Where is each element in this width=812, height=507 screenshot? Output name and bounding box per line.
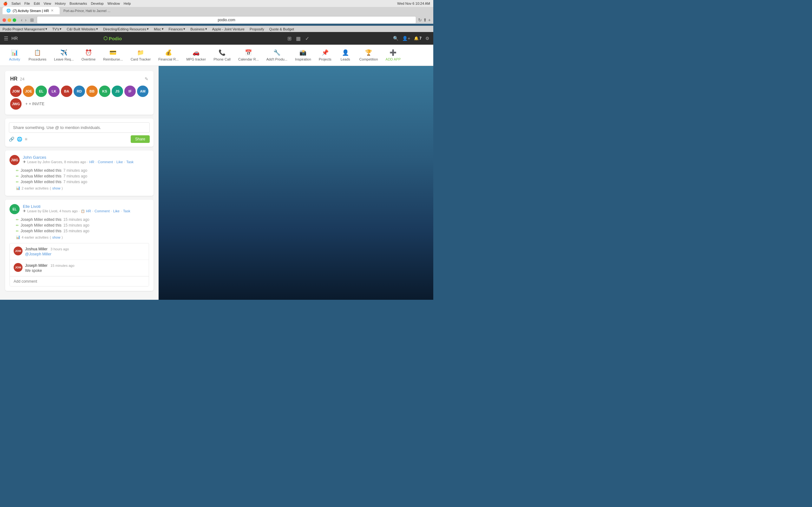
toolbar-inspiration[interactable]: 📸 Inspiration — [292, 47, 314, 63]
like-link-1[interactable]: Like — [116, 160, 123, 164]
bookmark-podio-pm[interactable]: Podio Project Management▾ — [3, 27, 47, 31]
show-earlier-link-2[interactable]: show — [52, 235, 61, 239]
refresh-button[interactable]: ↻ — [418, 17, 422, 22]
task-link-1[interactable]: Task — [126, 160, 134, 164]
comment-link-1[interactable]: Comment — [98, 160, 113, 164]
grid-icon[interactable]: ▦ — [295, 34, 302, 43]
avatar-if[interactable]: IF — [124, 86, 136, 97]
toolbar-competition[interactable]: 🏆 Competition — [356, 47, 381, 63]
toolbar-procedures[interactable]: 📋 Procedures — [26, 47, 49, 63]
comment-author-1[interactable]: Joshua Miller — [25, 247, 48, 251]
toolbar-mpg-tracker[interactable]: 🚗 MPG tracker — [183, 47, 209, 63]
toolbar-reimburse[interactable]: 💳 Reimburse... — [100, 47, 126, 63]
mac-edit[interactable]: Edit — [34, 2, 40, 6]
toolbar-leave-req[interactable]: ✈️ Leave Req... — [51, 47, 77, 63]
share-button[interactable]: Share — [131, 135, 150, 143]
share-input[interactable] — [9, 122, 150, 133]
comments-section: JOM Joshua Miller 3 hours ago @Joseph Mi… — [9, 243, 149, 286]
hamburger-menu[interactable]: ☰ — [4, 36, 8, 42]
activity-meta-2: Elle Livoti ✈ Leave by Elle Livoti, 4 ho… — [23, 204, 149, 213]
activity-workspace-link[interactable]: HR — [89, 160, 94, 164]
avatar-bb[interactable]: BB — [86, 86, 98, 97]
avatar-el[interactable]: EL — [36, 86, 47, 97]
address-bar[interactable]: podio.com — [37, 16, 416, 24]
bookmark-quote[interactable]: Quote & Budget — [269, 27, 294, 31]
toolbar-projects[interactable]: 📌 Projects — [316, 47, 335, 63]
format-icon[interactable]: ≡ — [25, 136, 27, 142]
workspace-label[interactable]: HR — [11, 36, 18, 41]
toolbar-calendar-r[interactable]: 📅 Calendar R... — [235, 47, 262, 63]
notification-bell[interactable]: 🔔 7 — [414, 36, 421, 41]
mac-file[interactable]: File — [24, 2, 30, 6]
sidebar-toggle-button[interactable]: ⊞ — [29, 17, 35, 22]
avatar-am[interactable]: AM — [137, 86, 148, 97]
comment-avatar-joshua[interactable]: JOM — [14, 246, 22, 256]
mac-help[interactable]: Help — [124, 2, 131, 6]
avatar-ba[interactable]: BA — [61, 86, 72, 97]
toolbar-leads[interactable]: 👤 Leads — [336, 47, 355, 63]
task-link-2[interactable]: Task — [123, 209, 131, 213]
bookmark-misc[interactable]: Misc▾ — [154, 27, 164, 31]
home-icon[interactable]: ⊞ — [286, 34, 293, 43]
bookmark-proposify[interactable]: Proposify — [250, 27, 264, 31]
toolbar-overtime[interactable]: ⏰ Overtime — [78, 47, 99, 63]
search-icon[interactable]: 🔍 — [393, 36, 398, 41]
toolbar-financial-r[interactable]: 💰 Financial R... — [155, 47, 182, 63]
john-garces-name[interactable]: John Garces — [23, 155, 149, 160]
mac-apple-menu[interactable]: 🍎 — [3, 2, 8, 6]
avatar-lk[interactable]: LK — [48, 86, 60, 97]
avatar-jom[interactable]: JOM — [10, 86, 21, 97]
mac-window[interactable]: Window — [107, 2, 120, 6]
like-link-2[interactable]: Like — [113, 209, 119, 213]
mac-safari[interactable]: Safari — [11, 2, 20, 6]
settings-icon[interactable]: ⚙ — [425, 36, 429, 41]
avatar-js[interactable]: JS — [112, 86, 123, 97]
edit-workspace-icon[interactable]: ✎ — [145, 76, 148, 81]
mac-develop[interactable]: Develop — [91, 2, 103, 6]
maximize-window-button[interactable] — [13, 18, 16, 22]
back-button[interactable]: ‹ — [20, 17, 23, 22]
comment-author-2[interactable]: Joseph Miller — [25, 263, 48, 268]
mac-history[interactable]: History — [55, 2, 66, 6]
mac-view[interactable]: View — [44, 2, 51, 6]
comment-link-2[interactable]: Comment — [95, 209, 110, 213]
bookmark-tv[interactable]: TV's▾ — [52, 27, 62, 31]
toolbar-activity[interactable]: 📊 Activity — [5, 47, 24, 63]
bookmark-label: Finances — [169, 27, 183, 31]
podio-logo[interactable]: ⬡ Podio — [103, 36, 122, 41]
elle-livoti-avatar[interactable]: EL — [9, 204, 20, 214]
add-bookmark-button[interactable]: + — [428, 17, 431, 22]
toolbar-addt-produ[interactable]: 🔧 Add't Produ... — [263, 47, 291, 63]
image-icon[interactable]: 🌐 — [17, 136, 22, 142]
mac-bookmarks[interactable]: Bookmarks — [69, 2, 87, 6]
avatar-joe[interactable]: JOE — [23, 86, 34, 97]
minimize-window-button[interactable] — [8, 18, 11, 22]
john-garces-avatar[interactable]: JWG — [9, 155, 20, 165]
bookmark-business[interactable]: Business▾ — [190, 27, 207, 31]
avatar-rd[interactable]: RD — [73, 86, 85, 97]
elle-livoti-name[interactable]: Elle Livoti — [23, 204, 149, 209]
invite-button[interactable]: + + INVITE — [23, 101, 47, 107]
toolbar-add-app[interactable]: ➕ ADD APP — [383, 47, 404, 63]
show-earlier-link-1[interactable]: show — [52, 186, 61, 190]
toolbar-card-tracker[interactable]: 📁 Card Tracker — [128, 47, 154, 63]
comment-avatar-joseph[interactable]: JOM — [14, 263, 22, 272]
avatar-jwg[interactable]: JWG — [10, 98, 21, 110]
check-icon[interactable]: ✓ — [304, 34, 310, 43]
bookmark-built[interactable]: C&I Built Websites▾ — [67, 27, 98, 31]
add-member-icon[interactable]: 👤+ — [402, 36, 410, 41]
activity-workspace-link-2[interactable]: HR — [86, 209, 91, 213]
attachment-icon[interactable]: 🔗 — [9, 136, 14, 142]
share-button[interactable]: ⬆ — [423, 17, 427, 22]
add-comment-input[interactable] — [10, 276, 149, 286]
active-tab[interactable]: 🌐 (7) Activity Stream | HR ✕ — [3, 7, 60, 14]
second-tab[interactable]: Port-au-Prince, Haiti to Jacmel Bay, Hai… — [60, 8, 115, 14]
forward-button[interactable]: › — [24, 17, 28, 22]
tab-close-button[interactable]: ✕ — [51, 9, 54, 13]
bookmark-finances[interactable]: Finances▾ — [169, 27, 186, 31]
toolbar-phone-call[interactable]: 📞 Phone Call — [210, 47, 234, 63]
bookmark-directing[interactable]: Directing/Editing Resources▾ — [103, 27, 149, 31]
bookmark-apple[interactable]: Apple - Joint Venture — [212, 27, 245, 31]
avatar-ks[interactable]: KS — [99, 86, 110, 97]
close-window-button[interactable] — [3, 18, 6, 22]
